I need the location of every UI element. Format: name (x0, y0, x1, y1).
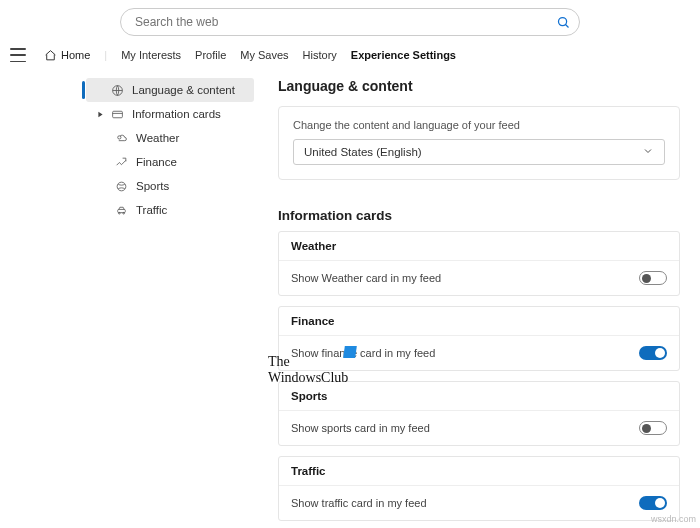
sidebar-item-label: Information cards (132, 108, 221, 120)
info-block-label: Show traffic card in my feed (291, 497, 427, 509)
nav-my-saves[interactable]: My Saves (240, 49, 288, 61)
svg-point-9 (118, 212, 120, 214)
language-card: Change the content and language of your … (278, 106, 680, 180)
sidebar-item-label: Sports (136, 180, 169, 192)
weather-icon (114, 131, 128, 145)
globe-icon (110, 83, 124, 97)
traffic-icon (114, 203, 128, 217)
svg-rect-4 (112, 111, 122, 118)
info-block-label: Show Weather card in my feed (291, 272, 441, 284)
search-icon (556, 15, 571, 30)
caret-right-icon (96, 111, 104, 118)
main-content: Language & content Change the content an… (278, 78, 680, 528)
toggle-finance[interactable] (639, 346, 667, 360)
sidebar-item-weather[interactable]: Weather (86, 126, 254, 150)
language-select-value: United States (English) (304, 146, 422, 158)
svg-point-0 (558, 17, 566, 25)
sidebar-item-language[interactable]: Language & content (86, 78, 254, 102)
chevron-down-icon (642, 145, 654, 159)
sidebar-item-sports[interactable]: Sports (86, 174, 254, 198)
menu-icon[interactable] (10, 48, 26, 62)
info-block-weather: Weather Show Weather card in my feed (278, 231, 680, 296)
search-bar[interactable] (120, 8, 580, 36)
svg-point-7 (117, 182, 126, 191)
info-block-label: Show sports card in my feed (291, 422, 430, 434)
svg-point-6 (117, 135, 120, 138)
sports-icon (114, 179, 128, 193)
sidebar-item-traffic[interactable]: Traffic (86, 198, 254, 222)
section-title-language: Language & content (278, 78, 680, 94)
search-input[interactable] (135, 15, 553, 29)
info-block-title: Weather (279, 232, 679, 261)
nav-history[interactable]: History (303, 49, 337, 61)
search-button[interactable] (553, 12, 573, 32)
svg-point-10 (122, 212, 124, 214)
sidebar-item-finance[interactable]: Finance (86, 150, 254, 174)
info-block-traffic: Traffic Show traffic card in my feed (278, 456, 680, 521)
sidebar-item-label: Finance (136, 156, 177, 168)
home-icon (44, 49, 57, 62)
sidebar-item-label: Weather (136, 132, 179, 144)
nav-my-interests[interactable]: My Interests (121, 49, 181, 61)
finance-icon (114, 155, 128, 169)
toggle-weather[interactable] (639, 271, 667, 285)
info-block-sports: Sports Show sports card in my feed (278, 381, 680, 446)
info-block-finance: Finance Show finance card in my feed (278, 306, 680, 371)
info-block-title: Sports (279, 382, 679, 411)
svg-marker-3 (98, 111, 102, 117)
source-tag: wsxdn.com (651, 514, 696, 524)
section-title-information-cards: Information cards (278, 208, 680, 223)
language-description: Change the content and language of your … (293, 119, 665, 131)
nav-profile[interactable]: Profile (195, 49, 226, 61)
nav-home[interactable]: Home (44, 49, 90, 62)
nav-experience-settings[interactable]: Experience Settings (351, 49, 456, 61)
svg-line-1 (565, 24, 568, 27)
info-block-label: Show finance card in my feed (291, 347, 435, 359)
sidebar-item-label: Language & content (132, 84, 235, 96)
card-icon (110, 107, 124, 121)
info-block-title: Traffic (279, 457, 679, 486)
sidebar-item-information-cards[interactable]: Information cards (86, 102, 254, 126)
toggle-traffic[interactable] (639, 496, 667, 510)
language-select[interactable]: United States (English) (293, 139, 665, 165)
sidebar: Language & content Information cards Wea… (86, 78, 254, 528)
info-block-title: Finance (279, 307, 679, 336)
toggle-sports[interactable] (639, 421, 667, 435)
sidebar-item-label: Traffic (136, 204, 167, 216)
top-nav: Home | My Interests Profile My Saves His… (0, 42, 700, 72)
